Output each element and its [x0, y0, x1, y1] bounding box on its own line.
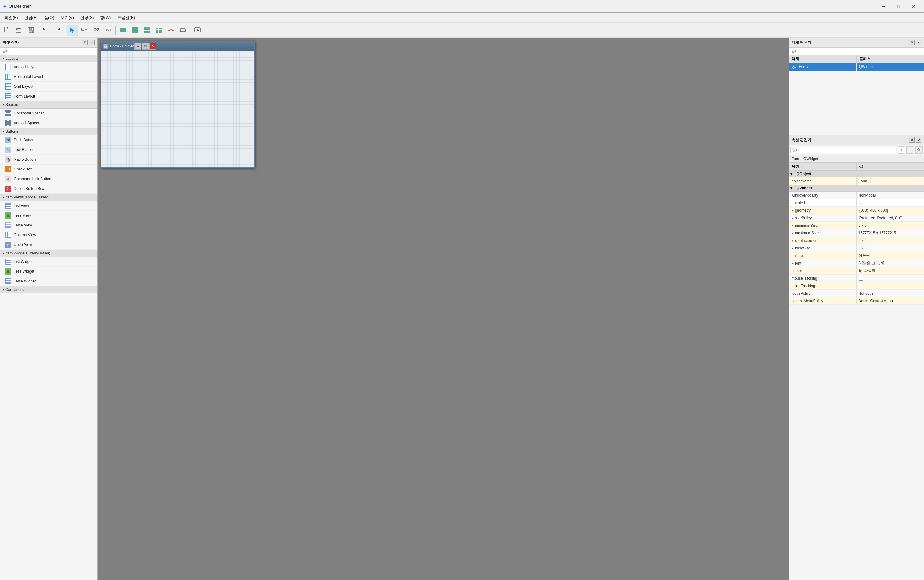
toolbar-undo[interactable]: [40, 25, 51, 36]
widget-box-filter[interactable]: [0, 48, 97, 55]
widget-tree-widget[interactable]: 🌲 Tree Widget: [0, 267, 97, 277]
prop-row-maximumsize[interactable]: ▶ maximumSize 16777215 x 16777215: [789, 229, 924, 237]
toolbar-layout-h[interactable]: [117, 25, 129, 36]
widget-command-link[interactable]: ✕ Command Link Button: [0, 174, 97, 184]
form-close-btn[interactable]: ✕: [150, 43, 157, 50]
widget-v-spacer[interactable]: Vertical Spacer: [0, 118, 97, 128]
menu-edit[interactable]: 편집(E): [21, 13, 41, 22]
prop-row-objectname[interactable]: objectName Form: [789, 177, 924, 185]
prop-row-focuspolicy[interactable]: focusPolicy NoFocus: [789, 290, 924, 297]
prop-row-tablettracking[interactable]: tabletTracking: [789, 282, 924, 290]
maximize-btn[interactable]: □: [891, 2, 906, 11]
maximumsize-expand-icon[interactable]: ▶: [792, 231, 794, 235]
form-minimize-btn[interactable]: ─: [134, 43, 141, 50]
obj-inspector-filter[interactable]: [789, 48, 924, 55]
minimumsize-expand-icon[interactable]: ▶: [792, 224, 794, 227]
widget-horizontal-layout[interactable]: Horizontal Layout: [0, 72, 97, 82]
obj-row-form[interactable]: Qw Form QWidget: [789, 63, 924, 71]
prop-group-qwidget[interactable]: ▾ QWidget: [789, 185, 924, 191]
menu-file[interactable]: 파일(F): [1, 13, 21, 22]
toolbar-layout-grid[interactable]: [141, 25, 153, 36]
geometry-expand-icon[interactable]: ▶: [792, 209, 794, 212]
widget-list-view-label: List View: [14, 204, 29, 208]
font-expand-icon[interactable]: ▶: [792, 262, 794, 265]
prop-row-mousetracking[interactable]: mouseTracking: [789, 275, 924, 282]
mousetracking-checkbox[interactable]: [858, 276, 863, 280]
canvas-area[interactable]: Qt Form - untitled ─ □ ✕: [97, 38, 789, 580]
toolbar-redo[interactable]: [52, 25, 63, 36]
category-item-views[interactable]: Item Views (Model-Based): [0, 194, 97, 201]
minimize-btn[interactable]: ─: [876, 2, 891, 11]
widget-column-view[interactable]: Column View: [0, 230, 97, 240]
prop-remove-btn[interactable]: ─: [906, 146, 914, 154]
toolbar-layout-form[interactable]: [153, 25, 165, 36]
widget-push-button[interactable]: OK Push Button: [0, 135, 97, 145]
prop-group-qobject[interactable]: ▾ QObject: [789, 171, 924, 177]
widget-form-layout[interactable]: Form Layout: [0, 92, 97, 101]
category-spacers[interactable]: Spacers: [0, 101, 97, 109]
toolbar-buddies[interactable]: [91, 25, 102, 36]
prop-row-geometry[interactable]: ▶ geometry [(0, 0), 400 x 300]: [789, 207, 924, 214]
toolbar-save[interactable]: [25, 25, 36, 36]
widget-tree-view[interactable]: 🌲 Tree View: [0, 211, 97, 221]
prop-row-windowmodality[interactable]: windowModality NonModal: [789, 191, 924, 199]
widget-table-widget[interactable]: Table Widget: [0, 277, 97, 286]
widget-check-box[interactable]: ☑ Check Box: [0, 165, 97, 174]
toolbar-break-layout[interactable]: [165, 25, 177, 36]
form-canvas[interactable]: [101, 51, 254, 167]
widget-dialog-button-box[interactable]: ✕ Dialog Button Box: [0, 184, 97, 194]
widget-box-float-btn[interactable]: ⧉: [82, 40, 88, 45]
category-buttons[interactable]: Buttons: [0, 128, 97, 135]
widget-list-view[interactable]: List View: [0, 201, 97, 211]
widget-h-spacer[interactable]: Horizontal Spacer: [0, 109, 97, 118]
prop-row-sizepolicy[interactable]: ▶ sizePolicy [Preferred, Preferred, 0, 0…: [789, 214, 924, 222]
menu-form[interactable]: 폼(O): [41, 13, 57, 22]
prop-row-contextmenupolicy[interactable]: contextMenuPolicy DefaultContextMenu: [789, 297, 924, 305]
prop-row-palette[interactable]: palette 상속됨: [789, 252, 924, 259]
widget-tool-button[interactable]: 🔧 Tool Button: [0, 145, 97, 155]
prop-editor-float-btn[interactable]: ⧉: [909, 137, 914, 143]
toolbar-signals[interactable]: 123: [102, 25, 114, 36]
widget-table-view[interactable]: Table View: [0, 221, 97, 230]
prop-editor-close-btn[interactable]: ✕: [916, 137, 921, 143]
toolbar-new[interactable]: [1, 25, 13, 36]
widget-undo-view[interactable]: ↩ Undo View: [0, 240, 97, 250]
prop-col-property: 속성: [789, 163, 856, 170]
basesize-expand-icon[interactable]: ▶: [792, 247, 794, 250]
prop-filter-input[interactable]: [790, 147, 896, 153]
tablettracking-checkbox[interactable]: [858, 284, 863, 288]
prop-row-enabled[interactable]: enabled: [789, 199, 924, 207]
prop-row-basesize[interactable]: ▶ baseSize 0 x 0: [789, 244, 924, 252]
widget-list-widget[interactable]: List Widget: [0, 257, 97, 267]
menu-view[interactable]: 보기(V): [57, 13, 77, 22]
menu-settings[interactable]: 설정(S): [77, 13, 97, 22]
toolbar-adjust-size[interactable]: [177, 25, 188, 36]
category-containers[interactable]: Containers: [0, 286, 97, 293]
menu-window[interactable]: 창(W): [97, 13, 114, 22]
sizeincrement-expand-icon[interactable]: ▶: [792, 239, 794, 242]
form-maximize-btn[interactable]: □: [142, 43, 149, 50]
obj-inspector-close-btn[interactable]: ✕: [916, 40, 921, 45]
widget-grid-layout[interactable]: Grid Layout: [0, 82, 97, 92]
toolbar-select[interactable]: [67, 25, 78, 36]
toolbar-layout-v[interactable]: [129, 25, 141, 36]
enabled-checkbox[interactable]: [858, 201, 863, 205]
obj-inspector-float-btn[interactable]: ⧉: [909, 40, 914, 45]
menu-help[interactable]: 도움말(H): [114, 13, 138, 22]
prop-edit-btn[interactable]: ✎: [915, 146, 923, 154]
prop-row-cursor[interactable]: cursor 화살표: [789, 267, 924, 275]
category-layouts[interactable]: Layouts: [0, 55, 97, 62]
toolbar-tab-order[interactable]: 1: [79, 25, 90, 36]
sizepolicy-expand-icon[interactable]: ▶: [792, 216, 794, 219]
prop-row-minimumsize[interactable]: ▶ minimumSize 0 x 0: [789, 222, 924, 229]
widget-box-close-btn[interactable]: ✕: [89, 40, 95, 45]
prop-add-btn[interactable]: +: [898, 146, 905, 154]
widget-vertical-layout[interactable]: Vertical Layout: [0, 62, 97, 72]
prop-row-sizeincrement[interactable]: ▶ sizeIncrement 0 x 0: [789, 237, 924, 244]
toolbar-open[interactable]: [13, 25, 25, 36]
widget-radio-button[interactable]: ◎ Radio Button: [0, 155, 97, 165]
prop-row-font[interactable]: ▶ font A [맑은 고딕, 9]: [789, 259, 924, 267]
category-item-widgets[interactable]: Item Widgets (Item-Based): [0, 250, 97, 257]
close-btn[interactable]: ✕: [906, 2, 921, 11]
toolbar-preview[interactable]: [192, 25, 203, 36]
